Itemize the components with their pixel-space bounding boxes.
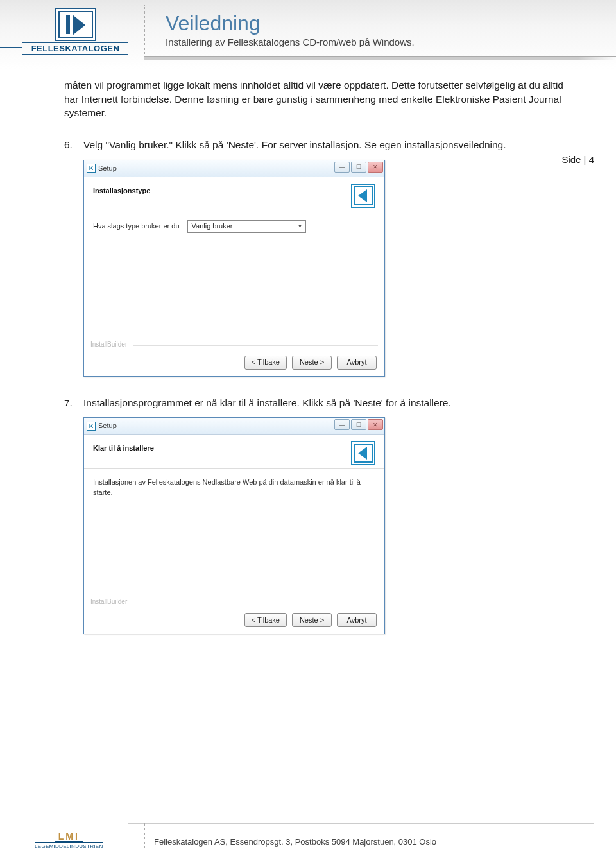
dialog-heading: Klar til å installere [93, 444, 154, 453]
dialog-form: Hva slags type bruker er du Vanlig bruke… [84, 211, 384, 242]
dropdown-value: Vanlig bruker [192, 221, 233, 231]
header-rule-left [0, 47, 22, 48]
chevron-down-icon: ▼ [298, 223, 303, 230]
page: FELLESKATALOGEN Veiledning Installering … [0, 0, 616, 862]
minimize-button[interactable]: — [334, 162, 350, 173]
intro-paragraph: måten vil programmet ligge lokalt mens i… [64, 78, 565, 120]
maximize-button[interactable]: ☐ [351, 419, 366, 430]
window-titlebar: Setup — ☐ ✕ [84, 418, 384, 435]
window-titlebar: Setup — ☐ ✕ [84, 160, 384, 177]
installbuilder-rule [133, 603, 378, 603]
minimize-button[interactable]: — [334, 419, 350, 430]
doc-title: Veiledning [166, 12, 415, 35]
dialog-body: Installasjonstype Hva slags type bruker … [84, 177, 384, 376]
step-number: 7. [64, 396, 83, 410]
dialog-header: Klar til å installere [84, 435, 384, 469]
logo-k-icon [55, 8, 96, 41]
next-button[interactable]: Neste > [292, 356, 332, 370]
footer-rule [128, 823, 594, 824]
back-button[interactable]: < Tilbake [244, 613, 287, 627]
dialog-body-text: Installasjonen av Felleskatalogens Nedla… [84, 469, 384, 497]
user-type-row: Hva slags type bruker er du Vanlig bruke… [93, 220, 375, 233]
brand-k-icon [351, 184, 375, 208]
maximize-button[interactable]: ☐ [351, 162, 366, 173]
cancel-button[interactable]: Avbryt [337, 613, 377, 627]
user-type-dropdown[interactable]: Vanlig bruker ▼ [187, 220, 306, 233]
setup-dialog-klar-installere: Setup — ☐ ✕ Klar til å installere Instal… [83, 417, 385, 634]
next-button[interactable]: Neste > [292, 613, 332, 627]
logo-text: FELLESKATALOGEN [22, 42, 128, 55]
window-title-text: Setup [98, 164, 117, 173]
user-type-label: Hva slags type bruker er du [93, 221, 180, 231]
lmi-text: LMI [55, 831, 83, 842]
step-text: Velg "Vanlig bruker." Klikk så på 'Neste… [83, 138, 565, 152]
lmi-subtext: LEGEMIDDELINDUSTRIEN [35, 842, 103, 849]
installbuilder-label: InstallBuilder [90, 598, 127, 607]
doc-subtitle: Installering av Felleskatalogens CD-rom/… [166, 37, 415, 47]
header-banner: FELLESKATALOGEN Veiledning Installering … [0, 0, 616, 59]
installbuilder-label: InstallBuilder [90, 340, 127, 349]
cancel-button[interactable]: Avbryt [337, 356, 377, 370]
step-number: 6. [64, 138, 83, 152]
back-button[interactable]: < Tilbake [244, 356, 287, 370]
footer-address: Felleskatalogen AS, Essendropsgt. 3, Pos… [154, 837, 436, 847]
logo-felleskatalogen: FELLESKATALOGEN [22, 8, 128, 55]
installbuilder-rule [133, 345, 378, 346]
header-underline [144, 56, 616, 60]
window-system-buttons: — ☐ ✕ [334, 419, 383, 430]
header-separator [144, 5, 145, 59]
header-titles: Veiledning Installering av Felleskatalog… [166, 12, 415, 47]
brand-k-icon [351, 441, 375, 465]
dialog-body: Klar til å installere Installasjonen av … [84, 435, 384, 634]
step-7: 7. Installasjonsprogrammet er nå klar ti… [64, 396, 565, 410]
close-button[interactable]: ✕ [368, 419, 383, 430]
step-text: Installasjonsprogrammet er nå klar til å… [83, 396, 565, 410]
footer-separator [144, 823, 145, 849]
content-area: måten vil programmet ligge lokalt mens i… [0, 78, 616, 634]
dialog-header: Installasjonstype [84, 177, 384, 211]
page-number: Side | 4 [561, 154, 594, 165]
dialog-button-row: < Tilbake Neste > Avbryt [244, 613, 377, 627]
dialog-heading: Installasjonstype [93, 186, 150, 196]
setup-dialog-installasjonstype: Setup — ☐ ✕ Installasjonstype Hva slags … [83, 160, 385, 377]
app-icon [87, 164, 96, 173]
step-6: 6. Velg "Vanlig bruker." Klikk så på 'Ne… [64, 138, 565, 152]
page-footer: LMI LEGEMIDDELINDUSTRIEN Felleskatalogen… [0, 823, 616, 849]
dialog-button-row: < Tilbake Neste > Avbryt [244, 356, 377, 370]
window-title-text: Setup [98, 421, 117, 431]
lmi-logo: LMI LEGEMIDDELINDUSTRIEN [35, 831, 103, 849]
window-system-buttons: — ☐ ✕ [334, 162, 383, 173]
app-icon [87, 422, 96, 431]
close-button[interactable]: ✕ [368, 162, 383, 173]
